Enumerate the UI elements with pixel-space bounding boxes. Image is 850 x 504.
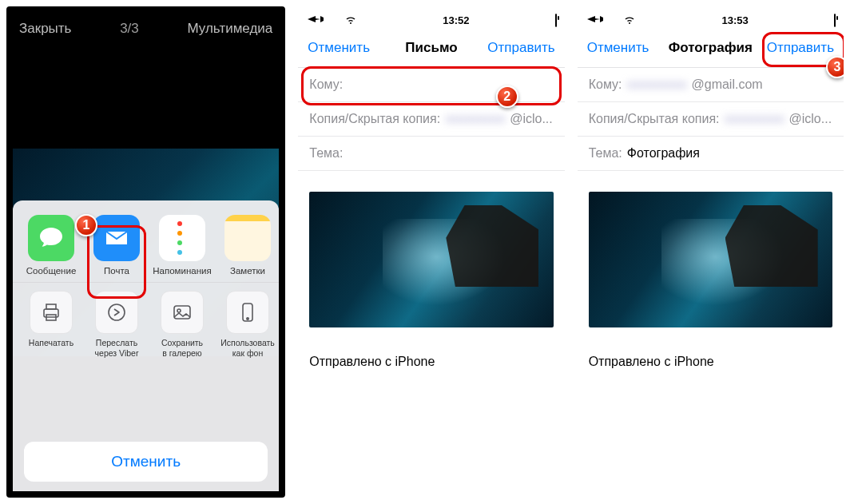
svg-point-3	[109, 304, 125, 320]
cc-blurred: xxxxxxxxxx	[445, 112, 505, 126]
screen-1-share-sheet: Закрыть 3/3 Мультимедиа Сообщение Почта	[6, 6, 285, 498]
gallery-icon	[161, 291, 204, 334]
share-app-notes[interactable]: Заметки	[216, 215, 279, 276]
mail-signature[interactable]: Отправлено с iPhone	[578, 335, 844, 388]
screen-2-mail-compose: 13:52 Отменить Письмо Отправить Кому: 2 …	[298, 6, 564, 498]
wifi-icon	[623, 14, 636, 24]
multimedia-button[interactable]: Мультимедиа	[187, 21, 272, 37]
action-label: Переслать через Viber	[85, 338, 149, 358]
app-label: Почта	[85, 266, 149, 276]
mail-send-button[interactable]: Отправить	[767, 40, 834, 56]
status-bar: 13:53	[578, 6, 844, 29]
to-label: Кому:	[309, 77, 343, 92]
messages-icon	[28, 215, 74, 261]
share-action-row: Напечатать Переслать через Viber Сохрани…	[13, 282, 279, 366]
to-blurred: xxxxxxxxxx	[627, 77, 687, 92]
mail-send-button[interactable]: Отправить	[487, 40, 554, 56]
share-sheet: Сообщение Почта Напоминания Заметк	[13, 200, 279, 491]
svg-rect-1	[46, 304, 56, 309]
phone-icon	[226, 291, 269, 334]
battery-icon	[834, 14, 836, 26]
action-print[interactable]: Напечатать	[19, 291, 83, 358]
battery-icon	[555, 14, 557, 26]
cc-bcc-field[interactable]: Копия/Скрытая копия: xxxxxxxxxx@iclo...	[298, 102, 564, 137]
airplane-icon	[586, 14, 618, 24]
action-save-gallery[interactable]: Сохранить в галерею	[150, 291, 214, 358]
action-label: Сохранить в галерею	[150, 338, 214, 358]
subject-field[interactable]: Тема:	[298, 137, 564, 171]
mail-cancel-button[interactable]: Отменить	[587, 40, 649, 56]
mail-icon	[93, 215, 140, 261]
share-app-messages[interactable]: Сообщение	[19, 215, 83, 276]
status-time: 13:53	[722, 14, 749, 26]
annotation-badge-1: 1	[75, 214, 97, 236]
annotation-badge-3: 3	[826, 56, 844, 78]
to-suffix: @gmail.com	[692, 77, 763, 92]
app-label: Напоминания	[150, 266, 214, 276]
cc-suffix: @iclo...	[788, 112, 832, 126]
reminders-icon	[159, 215, 205, 261]
photo-counter: 3/3	[120, 21, 139, 37]
print-icon	[30, 291, 73, 334]
cc-suffix: @iclo...	[510, 112, 553, 126]
to-field[interactable]: Кому: xxxxxxxxxx@gmail.com	[578, 68, 844, 102]
mail-navbar: Отменить Письмо Отправить	[298, 29, 564, 68]
svg-point-5	[177, 309, 181, 312]
mail-navbar: Отменить Фотография Отправить 3	[578, 29, 844, 68]
forward-icon	[95, 291, 138, 334]
share-app-row: Сообщение Почта Напоминания Заметк	[13, 200, 279, 282]
mail-title: Письмо	[405, 40, 457, 56]
subject-value: Фотография	[627, 146, 700, 161]
airplane-icon	[306, 14, 338, 24]
close-button[interactable]: Закрыть	[19, 21, 71, 37]
status-left	[586, 14, 637, 26]
viewer-topbar: Закрыть 3/3 Мультимедиа	[13, 13, 279, 40]
svg-rect-4	[174, 306, 190, 319]
cc-label: Копия/Скрытая копия:	[589, 112, 720, 126]
app-label: Заметки	[216, 266, 279, 276]
notes-icon	[224, 215, 271, 261]
status-time: 13:52	[443, 14, 469, 26]
mail-signature[interactable]: Отправлено с iPhone	[298, 335, 564, 388]
action-forward-viber[interactable]: Переслать через Viber	[85, 291, 149, 358]
svg-point-7	[247, 318, 248, 319]
attachment-preview[interactable]	[589, 192, 832, 327]
annotation-badge-2: 2	[496, 85, 518, 108]
mail-cancel-button[interactable]: Отменить	[308, 40, 370, 56]
action-label: Напечатать	[19, 338, 83, 348]
subject-label: Тема:	[589, 146, 622, 161]
status-left	[306, 14, 357, 26]
cc-blurred: xxxxxxxxxx	[724, 112, 784, 126]
mail-title: Фотография	[669, 40, 753, 56]
cc-label: Копия/Скрытая копия:	[309, 112, 440, 126]
to-field[interactable]: Кому:	[298, 68, 564, 102]
status-bar: 13:52	[298, 6, 564, 29]
subject-field[interactable]: Тема: Фотография	[578, 137, 844, 171]
attachment-preview[interactable]	[309, 192, 553, 327]
cancel-button[interactable]: Отменить	[24, 442, 268, 482]
to-label: Кому:	[589, 77, 622, 92]
action-use-wallpaper[interactable]: Использовать как фон	[216, 291, 279, 358]
subject-label: Тема:	[309, 146, 343, 161]
action-label: Использовать как фон	[216, 338, 279, 358]
wifi-icon	[344, 14, 357, 24]
screen-3-mail-compose-filled: 13:53 Отменить Фотография Отправить 3 Ко…	[578, 6, 844, 498]
share-app-reminders[interactable]: Напоминания	[150, 215, 214, 276]
cc-bcc-field[interactable]: Копия/Скрытая копия: xxxxxxxxxx@iclo...	[578, 102, 844, 137]
app-label: Сообщение	[19, 266, 83, 276]
